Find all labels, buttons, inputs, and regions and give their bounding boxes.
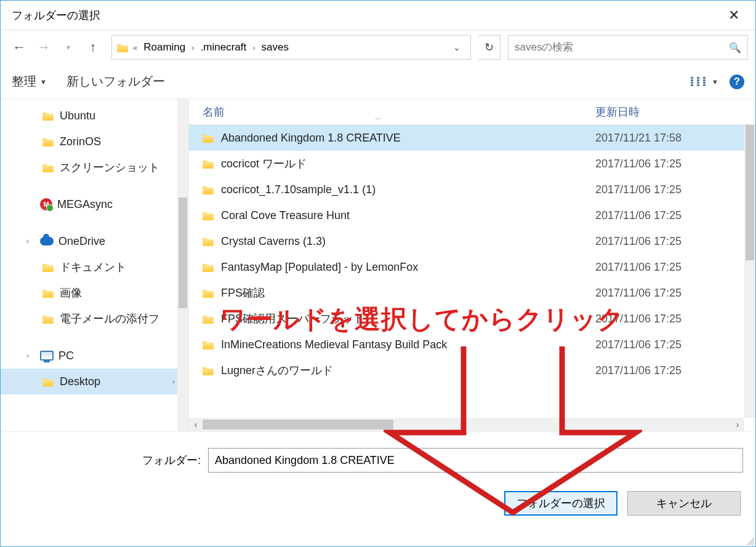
cancel-button[interactable]: キャンセル xyxy=(627,491,741,516)
file-row[interactable]: Lugnerさんのワールド2017/11/06 17:25 xyxy=(189,357,755,383)
file-date: 2017/11/06 17:25 xyxy=(595,338,755,351)
file-name: cocricot ワールド xyxy=(221,156,307,171)
folder-icon xyxy=(42,314,54,324)
folder-name-input[interactable] xyxy=(208,448,743,473)
folder-icon xyxy=(203,314,214,324)
file-row[interactable]: Abandoned Kingdom 1.8 CREATIVE2017/11/21… xyxy=(189,125,755,151)
file-name: cocricot_1.7.10sample_v1.1 (1) xyxy=(221,183,376,196)
sidebar-item[interactable]: ZorinOS xyxy=(1,129,188,154)
new-folder-button[interactable]: 新しいフォルダー xyxy=(66,73,165,90)
file-name: FantasyMap [Populated] - by LemonFox xyxy=(221,261,418,274)
scroll-right-button[interactable]: › xyxy=(731,420,744,429)
resize-grip[interactable] xyxy=(744,535,754,545)
file-name: Crystal Caverns (1.3) xyxy=(221,235,326,248)
annotation-text: ワールドを選択してからクリック xyxy=(220,302,624,337)
sidebar: UbuntuZorinOSスクリーンショットMMEGAsync›OneDrive… xyxy=(1,99,189,431)
organize-button[interactable]: 整理▼ xyxy=(12,73,47,90)
sidebar-scroll-thumb[interactable] xyxy=(179,198,187,308)
horizontal-scroll-thumb[interactable] xyxy=(203,420,393,429)
forward-button[interactable]: → xyxy=(33,36,55,58)
folder-icon xyxy=(42,263,54,272)
breadcrumb-1[interactable]: .minecraft xyxy=(198,41,249,54)
folder-icon xyxy=(203,366,214,375)
folder-icon xyxy=(203,263,214,272)
search-icon[interactable]: 🔍 xyxy=(729,42,741,54)
folder-icon xyxy=(203,237,214,246)
sidebar-item[interactable]: 画像 xyxy=(1,280,188,306)
close-button[interactable]: ✕ xyxy=(720,7,748,23)
file-row[interactable]: FantasyMap [Populated] - by LemonFox2017… xyxy=(189,254,755,280)
file-row[interactable]: cocricot_1.7.10sample_v1.1 (1)2017/11/06… xyxy=(189,177,755,202)
dialog-title: フォルダーの選択 xyxy=(12,8,100,23)
sidebar-item-label: スクリーンショット xyxy=(60,160,159,175)
refresh-button[interactable]: ↻ xyxy=(478,35,501,60)
up-button[interactable]: ↑ xyxy=(82,36,104,58)
sidebar-item[interactable]: ドキュメント xyxy=(1,254,188,280)
sidebar-item-label: ZorinOS xyxy=(60,135,101,148)
recent-dropdown[interactable]: ▾ xyxy=(57,36,79,58)
sidebar-scrollbar[interactable] xyxy=(177,99,188,431)
expand-icon[interactable]: › xyxy=(26,351,35,360)
folder-icon xyxy=(42,163,54,172)
vertical-scrollbar[interactable] xyxy=(744,125,755,418)
title-bar: フォルダーの選択 ✕ xyxy=(1,1,755,30)
sidebar-item-label: OneDrive xyxy=(58,235,105,248)
column-date[interactable]: 更新日時 xyxy=(595,105,755,119)
sidebar-item[interactable]: MMEGAsync xyxy=(1,191,188,217)
chevron-right-icon[interactable]: › xyxy=(249,43,259,52)
folder-icon xyxy=(42,289,54,298)
breadcrumb-0[interactable]: Roaming xyxy=(141,41,188,54)
sidebar-item[interactable]: スクリーンショット xyxy=(1,154,188,180)
horizontal-scrollbar[interactable]: ‹ › xyxy=(189,418,744,431)
sidebar-item[interactable]: ›OneDrive xyxy=(1,228,188,254)
sidebar-item-label: MEGAsync xyxy=(57,198,113,211)
folder-icon xyxy=(203,289,214,298)
file-row[interactable]: cocricot ワールド2017/11/06 17:25 xyxy=(189,151,755,177)
address-bar[interactable]: « Roaming › .minecraft › saves ⌄ xyxy=(111,35,471,60)
mega-icon: M xyxy=(40,198,52,210)
view-icon xyxy=(691,77,706,86)
sidebar-item-label: Ubuntu xyxy=(60,110,95,122)
chevron-right-icon[interactable]: › xyxy=(188,43,198,52)
sidebar-item[interactable]: 電子メールの添付フ xyxy=(1,306,188,332)
file-row[interactable]: Coral Cove Treasure Hunt2017/11/06 17:25 xyxy=(189,202,755,228)
file-view: 名前 更新日時 Abandoned Kingdom 1.8 CREATIVE20… xyxy=(189,99,755,431)
expand-icon[interactable]: › xyxy=(26,237,35,246)
select-folder-button[interactable]: フォルダーの選択 xyxy=(504,491,617,516)
vertical-scroll-thumb[interactable] xyxy=(746,125,754,260)
folder-icon xyxy=(203,159,214,169)
navigation-bar: ← → ▾ ↑ « Roaming › .minecraft › saves ⌄… xyxy=(1,30,755,65)
help-button[interactable]: ? xyxy=(730,74,744,89)
file-name: Abandoned Kingdom 1.8 CREATIVE xyxy=(221,132,401,145)
file-name: Lugnerさんのワールド xyxy=(221,363,333,378)
expand-icon[interactable]: › xyxy=(172,377,175,386)
sidebar-item[interactable]: Ubuntu xyxy=(1,103,188,129)
column-name[interactable]: 名前 xyxy=(189,105,595,119)
onedrive-icon xyxy=(40,237,54,246)
file-name: InMineCreations Medieval Fantasy Build P… xyxy=(221,338,447,351)
folder-icon xyxy=(42,137,54,146)
file-date: 2017/11/06 17:25 xyxy=(595,235,755,248)
folder-icon xyxy=(203,340,214,349)
search-input[interactable] xyxy=(515,41,729,54)
file-date: 2017/11/06 17:25 xyxy=(595,261,755,274)
file-date: 2017/11/06 17:25 xyxy=(595,158,755,170)
organize-label: 整理 xyxy=(12,73,36,90)
sidebar-item[interactable]: Desktop› xyxy=(1,369,188,394)
breadcrumb-2[interactable]: saves xyxy=(259,41,291,54)
view-mode-button[interactable]: ▼ xyxy=(691,77,718,86)
scroll-left-button[interactable]: ‹ xyxy=(189,420,203,429)
sidebar-item-label: PC xyxy=(58,349,74,362)
tree: UbuntuZorinOSスクリーンショットMMEGAsync›OneDrive… xyxy=(1,99,188,394)
sidebar-item-label: Desktop xyxy=(60,375,100,388)
sidebar-item[interactable]: ›PC xyxy=(1,343,188,369)
file-row[interactable]: Crystal Caverns (1.3)2017/11/06 17:25 xyxy=(189,228,755,254)
column-header: 名前 更新日時 xyxy=(189,99,755,125)
back-button[interactable]: ← xyxy=(8,36,30,58)
sidebar-item-label: 電子メールの添付フ xyxy=(60,311,159,326)
folder-icon xyxy=(203,134,214,143)
file-date: 2017/11/06 17:25 xyxy=(595,364,755,377)
search-box[interactable]: 🔍 xyxy=(508,35,748,60)
footer: フォルダー: フォルダーの選択 キャンセル xyxy=(1,431,755,527)
address-dropdown[interactable]: ⌄ xyxy=(448,40,465,55)
